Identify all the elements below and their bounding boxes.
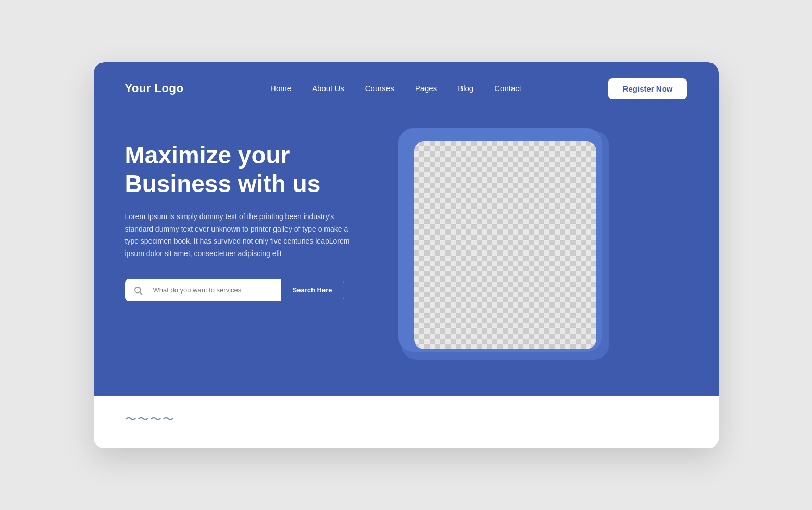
logo: Your Logo bbox=[125, 82, 184, 95]
nav-item-blog[interactable]: Blog bbox=[458, 84, 473, 93]
search-input[interactable] bbox=[149, 279, 281, 301]
wave-decoration: 〜〜〜〜 bbox=[125, 412, 175, 427]
nav-item-about[interactable]: About Us bbox=[312, 84, 344, 93]
hero-title: Maximize your Business with us bbox=[125, 141, 375, 198]
register-button[interactable]: Register Now bbox=[608, 78, 688, 99]
nav-link-pages[interactable]: Pages bbox=[415, 84, 438, 93]
hero-description: Lorem Ipsum is simply dummy text of the … bbox=[125, 211, 354, 260]
nav-link-courses[interactable]: Courses bbox=[365, 84, 394, 93]
hero-right bbox=[396, 125, 615, 365]
hero-title-line2: Business with us bbox=[125, 170, 321, 197]
search-icon bbox=[133, 286, 143, 295]
search-button[interactable]: Search Here bbox=[281, 279, 344, 301]
hero-content: Maximize your Business with us Lorem Ips… bbox=[94, 115, 719, 396]
nav-item-contact[interactable]: Contact bbox=[494, 84, 521, 93]
nav-item-home[interactable]: Home bbox=[270, 84, 291, 93]
bottom-section: 〜〜〜〜 bbox=[94, 396, 719, 448]
nav-link-contact[interactable]: Contact bbox=[494, 84, 521, 93]
svg-point-0 bbox=[135, 287, 141, 293]
checker-pattern bbox=[414, 141, 596, 349]
hero-left: Maximize your Business with us Lorem Ips… bbox=[125, 125, 396, 302]
hero-section: Your Logo Home About Us Courses Pages Bl… bbox=[94, 62, 719, 396]
search-bar: Search Here bbox=[125, 279, 344, 301]
nav-link-about[interactable]: About Us bbox=[312, 84, 344, 93]
nav-item-pages[interactable]: Pages bbox=[415, 84, 438, 93]
nav-link-blog[interactable]: Blog bbox=[458, 84, 473, 93]
page-wrapper: Your Logo Home About Us Courses Pages Bl… bbox=[94, 62, 719, 448]
nav-links: Home About Us Courses Pages Blog Contact bbox=[270, 84, 521, 93]
nav-link-home[interactable]: Home bbox=[270, 84, 291, 93]
hero-image-placeholder bbox=[414, 141, 596, 349]
svg-line-1 bbox=[140, 292, 142, 294]
search-icon-wrap bbox=[125, 286, 149, 295]
navbar: Your Logo Home About Us Courses Pages Bl… bbox=[94, 62, 719, 115]
hero-title-line1: Maximize your bbox=[125, 142, 290, 169]
nav-item-courses[interactable]: Courses bbox=[365, 84, 394, 93]
